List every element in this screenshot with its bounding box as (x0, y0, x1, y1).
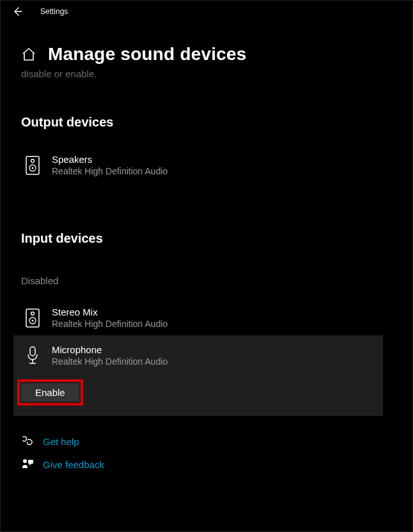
titlebar: Settings (1, 1, 412, 22)
device-subtitle: Realtek High Definition Audio (52, 319, 168, 329)
svg-point-1 (31, 160, 35, 163)
device-name: Speakers (52, 154, 168, 165)
footer-links: Get help Give feedback (1, 416, 412, 471)
help-icon (21, 435, 34, 448)
microphone-icon (25, 346, 40, 366)
device-name: Microphone (52, 344, 168, 355)
device-text: Stereo Mix Realtek High Definition Audio (52, 307, 168, 329)
output-section-title: Output devices (21, 115, 392, 130)
device-name: Stereo Mix (52, 307, 168, 317)
svg-point-7 (32, 320, 34, 322)
device-text: Microphone Realtek High Definition Audio (52, 344, 168, 367)
link-label: Give feedback (43, 459, 104, 470)
feedback-icon (21, 458, 34, 471)
svg-point-11 (23, 459, 27, 463)
svg-point-3 (32, 167, 34, 169)
page-title: Manage sound devices (48, 44, 247, 65)
device-text: Speakers Realtek High Definition Audio (52, 154, 168, 176)
get-help-link[interactable]: Get help (21, 435, 392, 448)
page-subtext: disable or enable. (1, 65, 412, 79)
speaker-icon (25, 308, 40, 328)
home-icon[interactable] (21, 47, 36, 62)
enable-button[interactable]: Enable (21, 383, 79, 402)
give-feedback-link[interactable]: Give feedback (21, 458, 392, 471)
svg-point-5 (31, 312, 35, 315)
disabled-label: Disabled (21, 275, 392, 286)
device-subtitle: Realtek High Definition Audio (52, 166, 168, 176)
device-subtitle: Realtek High Definition Audio (52, 356, 168, 367)
svg-rect-8 (30, 347, 35, 356)
input-section-title: Input devices (21, 231, 392, 246)
highlight-annotation: Enable (17, 379, 83, 406)
device-row-speakers[interactable]: Speakers Realtek High Definition Audio (21, 148, 392, 183)
svg-rect-12 (28, 460, 33, 464)
input-section: Input devices Disabled Stereo Mix Realte… (1, 231, 412, 416)
titlebar-label: Settings (40, 7, 68, 16)
page-header: Manage sound devices (1, 22, 412, 65)
back-arrow-icon[interactable] (12, 6, 22, 17)
enable-button-container: Enable (13, 376, 383, 416)
device-row-microphone[interactable]: Microphone Realtek High Definition Audio (13, 335, 383, 376)
speaker-icon (25, 155, 40, 176)
output-section: Output devices Speakers Realtek High Def… (1, 115, 412, 183)
link-label: Get help (43, 436, 79, 447)
device-row-stereo-mix[interactable]: Stereo Mix Realtek High Definition Audio (21, 300, 392, 335)
